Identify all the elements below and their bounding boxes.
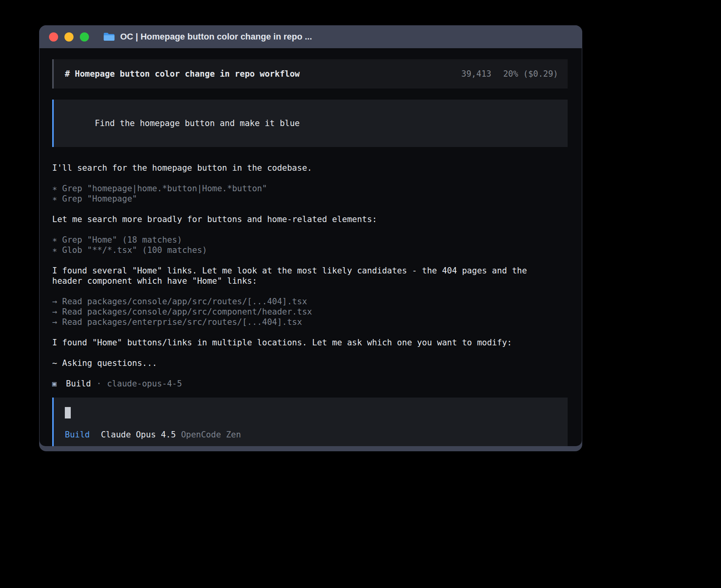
tool-call-read-1: → Read packages/console/app/src/routes/[… — [52, 296, 568, 307]
assistant-text-found: I found several "Home" links. Let me loo… — [52, 266, 568, 286]
tool-call-grep-home: ∗ Grep "Home" (18 matches) — [52, 235, 568, 245]
assistant-text-found-line-1: I found several "Home" links. Let me loo… — [52, 266, 568, 276]
token-count: 39,413 — [461, 69, 491, 79]
desktop: { "colors": { "accent_blue": "#5097f5", … — [0, 0, 721, 588]
text-cursor — [65, 407, 71, 418]
model-provider: OpenCode Zen — [181, 430, 241, 440]
minimize-window-button[interactable] — [64, 32, 74, 41]
tool-call-grep-1: ∗ Grep "homepage|home.*button|Home.*butt… — [52, 183, 568, 194]
tool-call-group-grep: ∗ Grep "homepage|home.*button|Home.*butt… — [52, 183, 568, 204]
zoom-window-button[interactable] — [80, 32, 89, 41]
session-header: # Homepage button color change in repo w… — [52, 59, 568, 89]
terminal-window: OC | Homepage button color change in rep… — [39, 25, 582, 451]
prompt-input[interactable]: Build Claude Opus 4.5 OpenCode Zen — [52, 398, 568, 446]
tool-call-read-3: → Read packages/enterprise/src/routes/[.… — [52, 317, 568, 327]
tool-call-read-2: → Read packages/console/app/src/componen… — [52, 307, 568, 317]
assistant-text-ask: I found "Home" buttons/links in multiple… — [52, 337, 568, 348]
agent-square-icon: ▣ — [52, 379, 57, 389]
agent-mode-label[interactable]: Build — [65, 430, 90, 440]
session-stats: 39,413 20% ($0.29) — [461, 69, 558, 79]
tool-call-group-read: → Read packages/console/app/src/routes/[… — [52, 296, 568, 327]
titlebar[interactable]: OC | Homepage button color change in rep… — [39, 25, 582, 48]
window-title-group: OC | Homepage button color change in rep… — [103, 32, 312, 42]
tool-call-grep-2: ∗ Grep "Homepage" — [52, 194, 568, 204]
agent-status-row: ▣ Build · claude-opus-4-5 — [52, 379, 568, 389]
assistant-status-asking: ~ Asking questions... — [52, 358, 568, 368]
terminal-content: # Homepage button color change in repo w… — [40, 48, 582, 446]
tool-call-glob-tsx: ∗ Glob "**/*.tsx" (100 matches) — [52, 245, 568, 255]
model-name[interactable]: Claude Opus 4.5 — [101, 430, 176, 440]
user-message-text: Find the homepage button and make it blu… — [95, 119, 300, 128]
window-title: OC | Homepage button color change in rep… — [120, 32, 312, 42]
context-usage: 20% ($0.29) — [503, 69, 558, 79]
agent-model: claude-opus-4-5 — [107, 379, 182, 389]
assistant-text-broaden: Let me search more broadly for buttons a… — [52, 214, 568, 224]
agent-name: Build — [66, 379, 91, 389]
close-window-button[interactable] — [49, 32, 58, 41]
folder-icon — [103, 32, 115, 41]
assistant-text-found-line-2: header component which have "Home" links… — [52, 276, 568, 286]
input-footer: Build Claude Opus 4.5 OpenCode Zen — [65, 430, 558, 440]
assistant-text-intro: I'll search for the homepage button in t… — [52, 163, 568, 173]
agent-separator: · — [96, 379, 102, 389]
window-controls — [49, 32, 89, 41]
user-message: Find the homepage button and make it blu… — [52, 100, 568, 147]
tool-call-group-search: ∗ Grep "Home" (18 matches) ∗ Glob "**/*.… — [52, 235, 568, 255]
session-title: # Homepage button color change in repo w… — [65, 69, 300, 79]
